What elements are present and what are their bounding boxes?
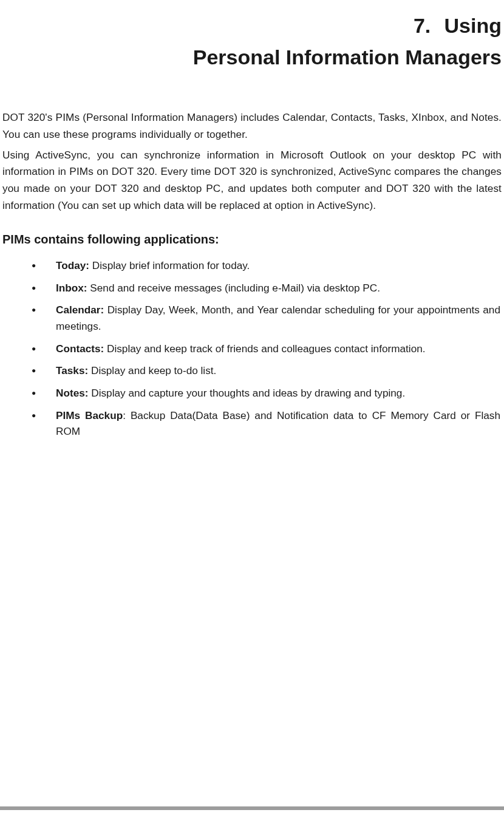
item-label: Inbox:	[56, 282, 87, 294]
list-item: Inbox: Send and receive messages (includ…	[32, 280, 500, 296]
item-text: Display and keep track of friends and co…	[104, 342, 425, 355]
item-text: Display and capture your thoughts and id…	[88, 387, 405, 399]
list-item: Tasks: Display and keep to-do list.	[32, 363, 500, 379]
chapter-title-top: Using	[444, 14, 502, 37]
item-label: Contacts:	[56, 342, 104, 355]
chapter-number: 7.	[414, 14, 431, 37]
item-text: Display and keep to-do list.	[88, 364, 216, 376]
item-label: Tasks:	[56, 364, 88, 376]
item-text: Send and receive messages (including e-M…	[87, 282, 380, 294]
item-label: Calendar:	[56, 304, 104, 316]
chapter-title-bottom: Personal Information Managers	[2, 44, 502, 72]
item-text: Display Day, Week, Month, and Year calen…	[56, 304, 500, 332]
footer-divider	[0, 806, 504, 810]
chapter-heading: 7. Using Personal Information Managers	[2, 12, 502, 72]
list-item: Calendar: Display Day, Week, Month, and …	[32, 302, 500, 334]
intro-paragraph-2: Using ActiveSync, you can synchronize in…	[2, 147, 502, 214]
subheading-applications: PIMs contains following applications:	[2, 233, 502, 247]
item-text: : Backup Data(Data Base) and Notificatio…	[56, 409, 500, 438]
list-item: PIMs Backup: Backup Data(Data Base) and …	[32, 407, 500, 440]
item-label: Notes:	[56, 387, 88, 399]
list-item: Today: Display brief information for tod…	[32, 257, 500, 274]
item-text: Display brief information for today.	[89, 259, 250, 271]
applications-list: Today: Display brief information for tod…	[2, 257, 502, 440]
item-label: Today:	[56, 259, 89, 271]
intro-paragraph-1: DOT 320's PIMs (Personal Information Man…	[2, 109, 502, 143]
list-item: Contacts: Display and keep track of frie…	[32, 341, 500, 357]
item-label: PIMs Backup	[56, 409, 123, 421]
list-item: Notes: Display and capture your thoughts…	[32, 385, 500, 401]
